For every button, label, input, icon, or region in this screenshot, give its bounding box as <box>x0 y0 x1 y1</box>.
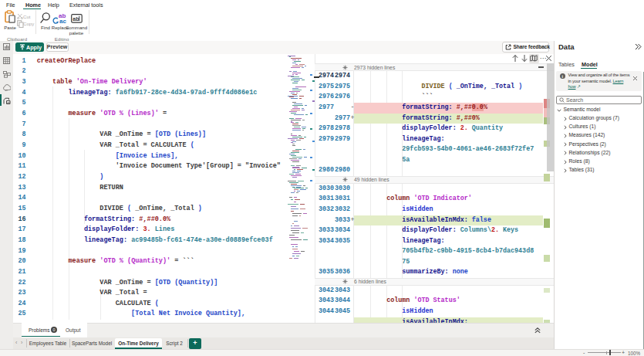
svg-text:ab: ab <box>72 16 79 22</box>
svg-text:ac: ac <box>59 18 66 24</box>
